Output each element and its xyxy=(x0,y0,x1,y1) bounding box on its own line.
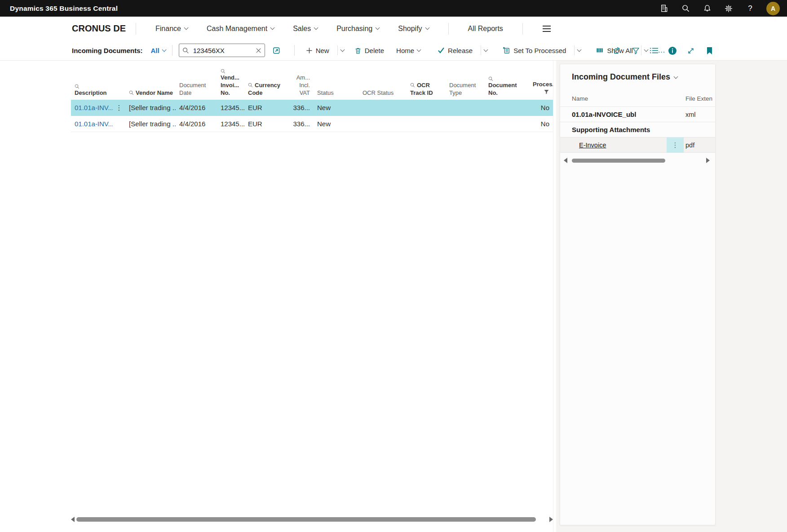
column-header-document-date[interactable]: Document Date xyxy=(176,81,217,97)
currency-code-cell: EUR xyxy=(244,104,286,111)
column-header-amount-incl-vat[interactable]: Am... Incl. VAT xyxy=(286,74,314,97)
nav-item-cash-management[interactable]: Cash Management xyxy=(207,25,274,33)
vendor-invoice-no-cell: 12345... xyxy=(217,120,244,128)
scrollbar-thumb[interactable] xyxy=(572,159,665,163)
nav-item-sales[interactable]: Sales xyxy=(293,25,318,33)
attachment-extension: pdf xyxy=(684,142,715,149)
info-icon[interactable] xyxy=(668,46,677,55)
search-input[interactable] xyxy=(192,46,252,55)
description-link[interactable]: 01.01a-INV... xyxy=(71,120,113,128)
app-header-actions: ? A xyxy=(653,0,783,17)
divider xyxy=(172,45,172,56)
help-icon[interactable]: ? xyxy=(739,0,761,17)
environment-icon[interactable] xyxy=(653,0,675,17)
divider xyxy=(136,23,136,35)
bookmark-icon[interactable] xyxy=(705,47,714,55)
filter-icon[interactable] xyxy=(631,47,640,55)
set-to-processed-icon xyxy=(502,46,510,54)
attachment-menu-icon[interactable]: ⋮ xyxy=(667,137,684,153)
vendor-name-cell: [Seller trading ... xyxy=(125,120,176,128)
grid-horizontal-scrollbar[interactable] xyxy=(71,516,553,522)
divider xyxy=(337,45,338,55)
page-title: Incoming Documents: xyxy=(72,47,143,54)
attachment-link[interactable]: E-Invoice xyxy=(579,142,606,149)
factbox-horizontal-scrollbar[interactable] xyxy=(560,153,715,163)
table-row[interactable]: 01.01a-INV... [Seller trading ... 4/4/20… xyxy=(71,116,553,132)
divider xyxy=(522,23,523,35)
scroll-right-icon[interactable] xyxy=(549,517,553,522)
incoming-document-files-card: Incoming Document Files Name File Exten … xyxy=(560,64,716,525)
group-row: Supporting Attachments xyxy=(560,122,715,137)
column-header-status[interactable]: Status xyxy=(314,89,359,97)
page-action-icons xyxy=(613,40,714,61)
attachment-row[interactable]: E-Invoice ⋮ pdf xyxy=(560,137,715,153)
analysis-mode-icon[interactable] xyxy=(272,46,281,55)
divider xyxy=(553,61,553,532)
share-icon[interactable] xyxy=(613,46,622,55)
scrollbar-thumb[interactable] xyxy=(76,517,536,522)
column-header-description[interactable]: Description xyxy=(71,84,125,97)
file-name[interactable]: 01.01a-INVOICE_ubl xyxy=(572,111,684,118)
factbox-title[interactable]: Incoming Document Files xyxy=(560,64,715,87)
avatar[interactable]: A xyxy=(766,2,780,15)
incoming-documents-grid: Description Vendor Name Document Date Ve… xyxy=(71,61,553,132)
file-extension: xml xyxy=(684,111,715,118)
new-split-chevron-icon[interactable] xyxy=(340,47,345,52)
description-link[interactable]: 01.01a-INV... xyxy=(71,104,113,111)
scroll-left-icon[interactable] xyxy=(71,517,75,522)
chevron-down-icon xyxy=(270,26,275,30)
chevron-down-icon xyxy=(184,26,188,30)
vendor-name-cell: [Seller trading ... xyxy=(125,104,176,111)
search-icon xyxy=(129,90,134,95)
menu-hamburger-icon[interactable] xyxy=(543,26,551,32)
row-menu-icon[interactable]: ⋮ xyxy=(113,104,125,112)
new-button[interactable]: New xyxy=(306,47,329,54)
chevron-down-icon xyxy=(376,26,380,30)
set-to-processed-button[interactable]: Set To Processed xyxy=(502,46,566,54)
nav-item-shopify[interactable]: Shopify xyxy=(398,25,429,33)
clear-search-icon[interactable] xyxy=(256,48,261,53)
home-menu-button[interactable]: Home xyxy=(396,47,420,54)
scroll-right-icon[interactable] xyxy=(706,158,710,163)
list-details-icon[interactable] xyxy=(650,47,659,54)
column-header-document-no[interactable]: Document No. xyxy=(485,76,529,97)
scroll-left-icon[interactable] xyxy=(564,158,567,163)
view-filter-dropdown[interactable]: All xyxy=(151,47,166,54)
column-header-document-type[interactable]: Document Type xyxy=(446,81,485,97)
show-all-icon xyxy=(596,47,604,54)
file-row[interactable]: 01.01a-INVOICE_ubl xml xyxy=(560,107,715,122)
chevron-down-icon xyxy=(425,26,429,30)
company-name[interactable]: CRONUS DE xyxy=(72,23,126,34)
chevron-down-icon xyxy=(674,75,678,79)
search-icon xyxy=(182,47,189,54)
column-header-processed[interactable]: Proces... xyxy=(529,80,553,97)
factbox-header-row: Name File Exten xyxy=(560,91,715,107)
divider xyxy=(448,23,449,35)
nav-item-finance[interactable]: Finance xyxy=(155,25,188,33)
app-header: Dynamics 365 Business Central ? A xyxy=(0,0,787,17)
search-box xyxy=(179,44,265,57)
set-to-processed-split-chevron-icon[interactable] xyxy=(577,47,582,52)
processed-cell: No xyxy=(529,104,553,111)
document-date-cell: 4/4/2016 xyxy=(176,120,217,128)
delete-button[interactable]: Delete xyxy=(354,47,384,54)
app-title: Dynamics 365 Business Central xyxy=(10,4,118,13)
column-header-ocr-track-id[interactable]: OCR Track ID xyxy=(407,81,446,97)
column-header-currency-code[interactable]: Currency Code xyxy=(244,81,286,97)
table-row[interactable]: 01.01a-INV... ⋮ [Seller trading ... 4/4/… xyxy=(71,100,553,116)
nav-item-all-reports[interactable]: All Reports xyxy=(468,25,503,33)
nav-item-purchasing[interactable]: Purchasing xyxy=(336,25,379,33)
expand-icon[interactable] xyxy=(686,47,695,55)
settings-gear-icon[interactable] xyxy=(718,0,739,17)
release-split-chevron-icon[interactable] xyxy=(484,47,488,52)
column-header-ocr-status[interactable]: OCR Status xyxy=(359,89,407,97)
divider xyxy=(294,45,295,56)
amount-incl-vat-cell: 336... xyxy=(286,104,314,111)
column-header-vendor-invoice-no[interactable]: Vend... Invoi... No. xyxy=(217,69,244,97)
factbox-pane: Incoming Document Files Name File Exten … xyxy=(556,61,787,532)
notifications-bell-icon[interactable] xyxy=(696,0,718,17)
status-cell: New xyxy=(314,104,359,111)
release-button[interactable]: Release xyxy=(438,47,473,54)
column-header-vendor-name[interactable]: Vendor Name xyxy=(125,89,176,97)
search-icon[interactable] xyxy=(675,0,696,17)
